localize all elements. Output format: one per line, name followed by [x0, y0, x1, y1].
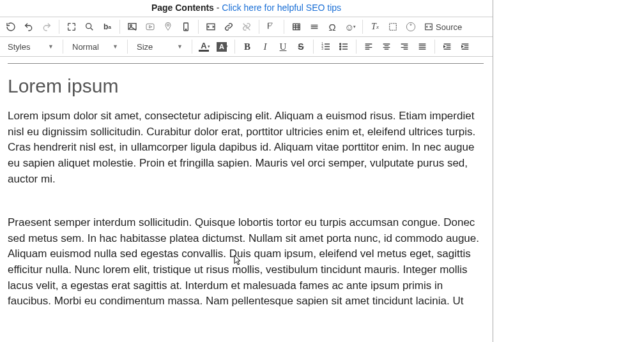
svg-point-16 [340, 43, 341, 45]
anchor-icon[interactable] [264, 20, 279, 34]
strike-icon[interactable]: S [294, 40, 308, 54]
align-left-icon[interactable] [362, 40, 376, 54]
svg-rect-9 [390, 24, 397, 31]
align-center-icon[interactable] [379, 40, 394, 54]
page-contents-header: Page Contents - Click here for helpful S… [0, 0, 493, 17]
svg-point-0 [86, 24, 91, 29]
outdent-icon[interactable] [440, 40, 454, 54]
svg-point-18 [340, 48, 341, 50]
ul-icon[interactable] [337, 40, 351, 54]
undo-icon[interactable] [22, 20, 36, 34]
video-icon[interactable] [143, 20, 157, 34]
maximize-icon[interactable] [65, 20, 79, 34]
toolbar-row-2: Styles▼ Normal▼ Size▼ A▾ A▾ B I U S 123 [0, 37, 493, 57]
svg-point-11 [410, 24, 411, 26]
svg-point-17 [340, 46, 341, 47]
styles-dropdown[interactable]: Styles▼ [4, 41, 57, 53]
phone-icon[interactable] [179, 20, 193, 34]
text-color-icon[interactable]: A▾ [197, 40, 211, 54]
svg-text:3: 3 [321, 47, 323, 50]
iframe-icon[interactable] [204, 20, 218, 34]
table-icon[interactable] [289, 20, 303, 34]
refresh-icon[interactable] [4, 20, 18, 34]
bold-icon[interactable]: B [240, 40, 254, 54]
align-right-icon[interactable] [397, 40, 411, 54]
svg-point-6 [185, 29, 186, 29]
svg-point-4 [167, 24, 169, 26]
svg-point-2 [130, 25, 132, 27]
map-pin-icon[interactable] [161, 20, 175, 34]
doc-paragraph-2[interactable]: Praesent semper interdum sollicitudin. Q… [8, 215, 484, 309]
select-all-icon[interactable] [386, 20, 400, 34]
page-contents-label: Page Contents [151, 3, 214, 13]
unlink-icon[interactable] [240, 20, 254, 34]
omega-icon[interactable]: Ω [325, 20, 339, 34]
emoji-icon[interactable]: ☺▾ [343, 20, 357, 34]
ol-icon[interactable]: 123 [319, 40, 333, 54]
align-justify-icon[interactable] [415, 40, 429, 54]
hr [8, 63, 484, 64]
underline-icon[interactable]: U [276, 40, 290, 54]
clear-format-icon[interactable]: Tx [368, 20, 382, 34]
replace-icon[interactable]: ba [100, 20, 114, 34]
hr-icon[interactable] [307, 20, 321, 34]
doc-paragraph-1[interactable]: Lorem ipsum dolor sit amet, consectetur … [8, 108, 484, 187]
italic-icon[interactable]: I [258, 40, 272, 54]
svg-rect-8 [293, 24, 300, 29]
toolbar-row-1: ba Ω ☺▾ Tx Source [0, 17, 493, 37]
redo-icon[interactable] [40, 20, 54, 34]
accessibility-icon[interactable] [404, 20, 418, 34]
indent-icon[interactable] [458, 40, 472, 54]
source-button[interactable]: Source [422, 21, 464, 33]
image-icon[interactable] [125, 20, 139, 34]
bg-color-icon[interactable]: A▾ [215, 40, 229, 54]
link-icon[interactable] [222, 20, 236, 34]
seo-tips-link[interactable]: Click here for helpful SEO tips [222, 3, 341, 13]
format-dropdown[interactable]: Normal▼ [68, 41, 122, 53]
doc-heading[interactable]: Lorem ipsum [8, 75, 484, 97]
size-dropdown[interactable]: Size▼ [133, 41, 187, 53]
editor-content-area[interactable]: Lorem ipsum Lorem ipsum dolor sit amet, … [0, 57, 493, 342]
search-icon[interactable] [82, 20, 96, 34]
